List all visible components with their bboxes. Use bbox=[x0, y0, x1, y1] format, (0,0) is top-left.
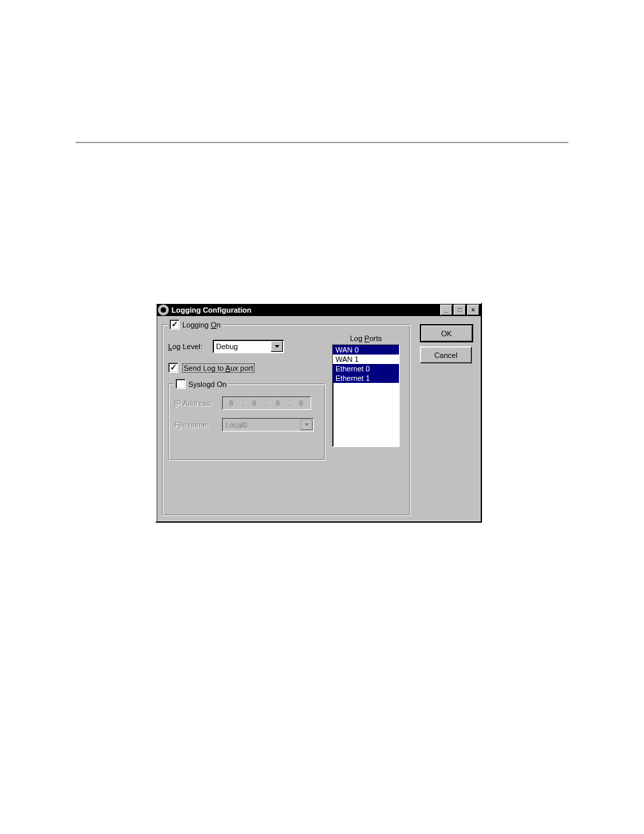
separator-line bbox=[76, 142, 568, 143]
